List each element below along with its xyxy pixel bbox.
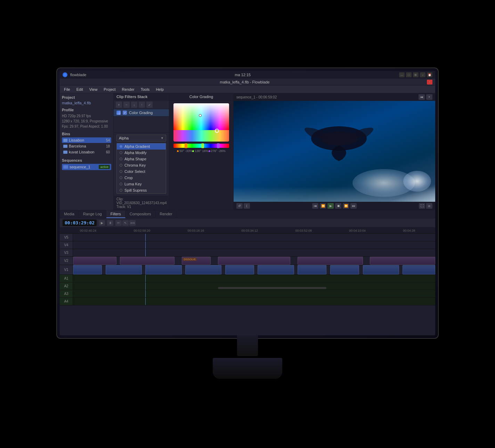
in-point-btn[interactable]: ⟨ <box>244 203 250 209</box>
track-a2: A2 <box>60 282 435 290</box>
stop-btn[interactable]: ⏹ <box>335 203 341 209</box>
clock-btn[interactable]: ⏰ <box>427 72 432 77</box>
clip-v1-10[interactable] <box>403 265 435 274</box>
step-back-btn[interactable]: ⏪ <box>320 203 326 209</box>
alpha-menu-colorselect[interactable]: Color Select <box>117 168 166 175</box>
minimize-btn[interactable]: — <box>399 72 405 77</box>
hue-cursor-2 <box>201 143 204 148</box>
water-bottom <box>234 187 435 202</box>
clip-v2-1[interactable] <box>73 257 116 265</box>
menu-render[interactable]: Render <box>119 87 137 92</box>
bin-item-lissabon[interactable]: Lissabon 54 <box>62 137 111 143</box>
clip-v1-6[interactable] <box>258 265 294 274</box>
alpha-menu-shape[interactable]: Alpha Shape <box>117 156 166 162</box>
remove-filter-btn[interactable]: − <box>123 102 130 108</box>
sequence-name: sequence_1 <box>70 165 90 169</box>
fullscreen-btn[interactable]: ⊞ <box>413 72 419 77</box>
clip-v2-4[interactable] <box>298 257 363 265</box>
select-tool[interactable]: ↖ <box>122 220 129 226</box>
clip-v1-2[interactable] <box>106 265 142 274</box>
alpha-menu-spill[interactable]: Spill Supress <box>117 187 166 193</box>
alpha-dropdown[interactable]: Alpha ▼ <box>116 135 166 142</box>
radio-crop <box>120 176 122 179</box>
clip-v2-5[interactable] <box>370 257 435 265</box>
play-btn[interactable]: ▶ <box>327 203 334 209</box>
bin-item-kuvat[interactable]: kuvat Lissabon 60 <box>62 149 111 155</box>
clip-v1-8[interactable] <box>330 265 359 274</box>
fullscreen-btn[interactable]: ⛶ <box>419 203 425 209</box>
menu-project[interactable]: Project <box>101 87 118 92</box>
ruler-mark-1: 00:02:40:24 <box>80 229 97 232</box>
tab-rangelog[interactable]: Range Log <box>79 210 106 218</box>
ripple-tool[interactable]: ⟺ <box>129 220 136 226</box>
alpha-menu-luma[interactable]: Luma Key <box>117 181 166 187</box>
tab-filters[interactable]: Filters <box>106 210 125 218</box>
ruler-mark-5: 00:03:52:08 <box>295 229 312 232</box>
menu-tools[interactable]: Tools <box>138 87 153 92</box>
clip-v1-5[interactable] <box>225 265 254 274</box>
clip-v1-1[interactable] <box>73 265 102 274</box>
monitor-stand <box>213 335 282 381</box>
alpha-menu-crop[interactable]: Crop <box>117 175 166 181</box>
split-view-btn[interactable]: ⧈ <box>426 203 432 209</box>
color-wheel[interactable] <box>173 103 229 142</box>
rewind-btn[interactable]: ⏮ <box>312 203 318 209</box>
alpha-menu-gradient[interactable]: Alpha Gradient <box>117 143 166 150</box>
clip-v2-3[interactable] <box>218 257 290 265</box>
bin-count-lissabon: 54 <box>106 138 110 142</box>
sound-btn[interactable]: ♪ <box>420 72 425 77</box>
bin-item-barcelona[interactable]: Barcelona 18 <box>62 143 111 149</box>
filter-color-grading[interactable]: ✓ Color Grading <box>114 109 169 117</box>
timeline-stop-btn[interactable]: ⏸ <box>107 220 113 226</box>
timecode-display[interactable]: 00:03:29:02 <box>63 219 97 226</box>
apply-btn[interactable]: ✓ <box>146 102 153 108</box>
maximize-btn[interactable]: □ <box>406 72 412 77</box>
prev-frame-btn[interactable]: ⏮ <box>419 94 425 100</box>
app-name: flowblade <box>70 73 86 77</box>
tab-media[interactable]: Media <box>60 210 79 218</box>
loop-btn[interactable]: ↺ <box>236 203 243 209</box>
timeline-ruler: 00:02:40:24 00:02:58:20 00:03:16:16 00:0… <box>60 227 435 234</box>
clip-v2-2[interactable] <box>120 257 174 265</box>
filter-checkbox-cg[interactable]: ✓ <box>123 111 127 115</box>
cg-value-3: 276° -26% <box>209 149 226 153</box>
alpha-label-colorselect: Color Select <box>124 169 145 174</box>
filters-panel: Clip Filters Stack + − ↓ ↑ ✓ <box>114 93 169 210</box>
video-background <box>234 101 435 202</box>
ruler-mark-7: 00:04:28 <box>403 229 415 232</box>
add-filter-btn[interactable]: + <box>116 102 122 108</box>
alpha-menu-chroma[interactable]: Chroma Key <box>117 162 166 168</box>
clip-v2-dissolve[interactable]: DISSOLVE <box>182 257 211 265</box>
profile-label: Profile <box>62 108 111 112</box>
clip-v1-4[interactable] <box>185 265 221 274</box>
cg-value-label-1: 50° -33% <box>179 149 192 153</box>
playhead-a3 <box>145 290 146 297</box>
hue-bar[interactable] <box>173 144 229 148</box>
sequence-item-1[interactable]: sequence_1 active <box>62 164 111 170</box>
filter-list: ✓ Color Grading <box>114 109 169 132</box>
tab-compositors[interactable]: Compositors <box>125 210 156 218</box>
step-fwd-btn[interactable]: ⏩ <box>343 203 349 209</box>
hue-cursor-3 <box>217 143 220 148</box>
clip-v1-3[interactable] <box>145 265 181 274</box>
bin-name-lissabon: Lissabon <box>69 138 84 142</box>
alpha-menu-modify[interactable]: Alpha Modify <box>117 150 166 156</box>
timeline-play-btn[interactable]: ▶ <box>99 220 105 226</box>
tab-render[interactable]: Render <box>156 210 177 218</box>
clip-v1-7[interactable] <box>298 265 326 274</box>
audio-waveform <box>218 287 327 289</box>
cut-tool[interactable]: ✂ <box>115 220 122 226</box>
track-label-v5: V5 <box>60 234 73 241</box>
move-down-btn[interactable]: ↓ <box>131 102 137 108</box>
move-up-btn[interactable]: ↑ <box>139 102 145 108</box>
profile-info: HD 720p 29.97 fps1280 x 720, 16:9, Progr… <box>62 113 111 129</box>
close-btn[interactable]: × <box>427 80 432 85</box>
active-badge: active <box>99 165 110 169</box>
menu-edit[interactable]: Edit <box>74 87 86 92</box>
zoom-in-btn[interactable]: + <box>426 94 432 100</box>
menu-file[interactable]: File <box>61 87 73 92</box>
menu-view[interactable]: View <box>87 87 100 92</box>
clip-v1-9[interactable] <box>363 265 399 274</box>
menu-help[interactable]: Help <box>153 87 167 92</box>
fwd-btn[interactable]: ⏭ <box>350 203 357 209</box>
